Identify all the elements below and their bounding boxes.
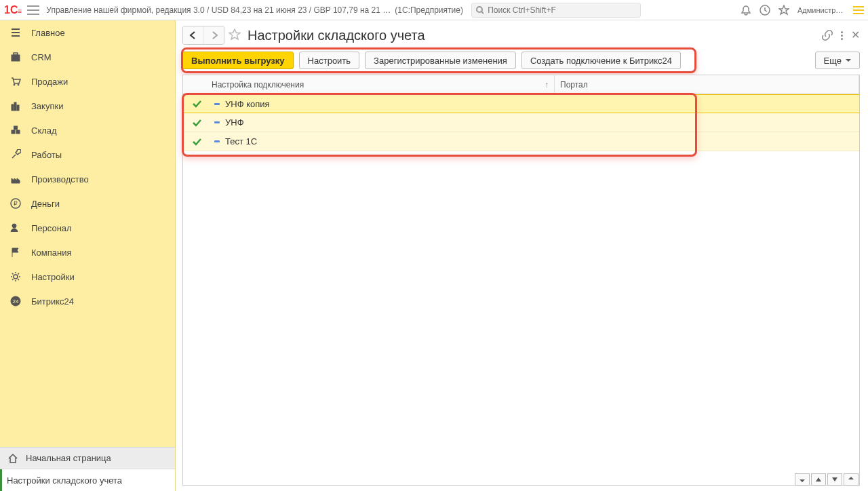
svg-line-1 <box>481 12 484 14</box>
grid-header: Настройка подключения↑ Портал <box>183 75 859 94</box>
grid-nav-footer <box>795 473 859 486</box>
sidebar-label: CRM <box>31 52 52 62</box>
configure-button[interactable]: Настроить <box>299 52 360 69</box>
kebab-menu-icon[interactable] <box>841 31 843 40</box>
favorite-star-icon[interactable] <box>229 28 241 43</box>
svg-rect-3 <box>12 55 20 61</box>
b24-icon: 24 <box>9 295 22 307</box>
grid-row[interactable]: УНФ <box>183 113 859 132</box>
sidebar-label: Компания <box>31 248 72 258</box>
boxes-icon <box>9 124 22 136</box>
sidebar-label: Начальная страница <box>26 453 111 463</box>
column-portal[interactable]: Портал <box>555 75 859 94</box>
sidebar-item-bitrix24[interactable]: 24Битрикс24 <box>0 289 175 313</box>
history-icon[interactable] <box>760 5 770 16</box>
grid-row[interactable]: Тест 1С <box>183 132 859 151</box>
app-title: Управление нашей фирмой, редакция 3.0 / … <box>46 5 391 15</box>
sidebar-label: Склад <box>31 125 57 136</box>
sidebar-item-purchases[interactable]: Закупки <box>0 94 175 118</box>
sidebar-home[interactable]: Начальная страница <box>0 448 175 469</box>
sidebar-item-warehouse[interactable]: Склад <box>0 118 175 142</box>
svg-text:₽: ₽ <box>14 200 18 207</box>
grid-row[interactable]: УНФ копия <box>183 94 859 113</box>
home-icon <box>7 452 19 465</box>
sidebar-label: Главное <box>31 28 65 38</box>
sidebar-item-company[interactable]: Компания <box>0 240 175 264</box>
back-button[interactable] <box>183 26 203 44</box>
go-up-icon[interactable] <box>811 473 826 486</box>
star-icon[interactable] <box>778 5 789 16</box>
go-bottom-icon[interactable] <box>844 473 859 486</box>
cart-icon <box>9 75 22 87</box>
check-icon <box>183 118 210 127</box>
app-mode: (1С:Предприятие) <box>395 5 463 15</box>
svg-point-6 <box>18 84 19 85</box>
svg-point-15 <box>12 224 16 228</box>
search-box[interactable] <box>471 3 641 18</box>
row-name: УНФ копия <box>224 99 555 109</box>
tools-icon <box>9 149 22 161</box>
sidebar-open-page[interactable]: Настройки складского учета <box>0 469 175 491</box>
sidebar-label: Настройки складского учета <box>7 475 122 486</box>
main-menu-icon[interactable] <box>27 5 39 15</box>
go-down-icon[interactable] <box>827 473 842 486</box>
sidebar-item-main[interactable]: Главное <box>0 20 175 45</box>
top-icons: Администрат... <box>741 5 864 16</box>
row-name: УНФ <box>224 117 555 127</box>
sidebar-label: Персонал <box>31 223 72 233</box>
dash-icon <box>210 103 224 105</box>
content-area: Настройки складского учета ✕ Выполнить в… <box>176 20 868 491</box>
sidebar: Главное CRM Продажи Закупки Склад Работы… <box>0 20 176 491</box>
top-bar: 1C≡ Управление нашей фирмой, редакция 3.… <box>0 0 868 20</box>
svg-rect-9 <box>17 105 19 111</box>
panel-menu-icon[interactable] <box>853 6 864 14</box>
sidebar-label: Работы <box>31 150 62 160</box>
sidebar-label: Битрикс24 <box>31 296 74 307</box>
user-label[interactable]: Администрат... <box>797 6 845 14</box>
svg-point-0 <box>477 7 482 12</box>
sidebar-label: Продажи <box>31 77 68 87</box>
svg-rect-11 <box>16 130 20 134</box>
row-name: Тест 1С <box>224 136 555 146</box>
create-connection-button[interactable]: Создать подключение к Битрикс24 <box>521 52 681 69</box>
dash-icon <box>210 121 224 123</box>
go-top-icon[interactable] <box>795 473 810 486</box>
sidebar-item-personnel[interactable]: Персонал <box>0 216 175 240</box>
page-title: Настройки складского учета <box>248 28 425 43</box>
more-button[interactable]: Еще <box>815 52 860 69</box>
column-connection[interactable]: Настройка подключения↑ <box>183 75 555 94</box>
sidebar-label: Деньги <box>31 199 60 209</box>
svg-rect-8 <box>14 102 16 111</box>
sidebar-item-works[interactable]: Работы <box>0 142 175 167</box>
sidebar-label: Настройки <box>31 272 75 282</box>
sidebar-item-settings[interactable]: Настройки <box>0 264 175 289</box>
svg-text:24: 24 <box>13 298 19 305</box>
link-icon[interactable] <box>822 30 833 41</box>
sidebar-item-money[interactable]: ₽Деньги <box>0 191 175 216</box>
svg-point-16 <box>14 275 18 279</box>
factory-icon <box>9 173 22 185</box>
sidebar-item-sales[interactable]: Продажи <box>0 69 175 94</box>
registered-changes-button[interactable]: Зарегистрированные изменения <box>365 52 516 69</box>
forward-button <box>203 26 224 44</box>
svg-rect-12 <box>14 126 18 130</box>
connections-grid: Настройка подключения↑ Портал УНФ копия … <box>182 75 860 486</box>
toolbar: Выполнить выгрузку Настроить Зарегистрир… <box>182 52 860 69</box>
bell-icon[interactable] <box>741 5 751 16</box>
svg-rect-7 <box>12 104 14 111</box>
svg-rect-4 <box>14 53 18 55</box>
ruble-icon: ₽ <box>9 197 22 210</box>
sidebar-label: Производство <box>31 174 89 184</box>
people-icon <box>9 222 22 234</box>
close-button[interactable]: ✕ <box>851 30 860 41</box>
svg-rect-10 <box>12 130 15 134</box>
sidebar-item-crm[interactable]: CRM <box>0 45 175 69</box>
check-icon <box>183 99 210 109</box>
search-input[interactable] <box>486 5 636 16</box>
lines-icon <box>9 26 22 39</box>
run-upload-button[interactable]: Выполнить выгрузку <box>182 52 294 69</box>
sidebar-item-production[interactable]: Производство <box>0 167 175 191</box>
dash-icon <box>210 140 224 142</box>
sidebar-label: Закупки <box>31 101 63 111</box>
logo-1c: 1C≡ <box>4 4 22 16</box>
